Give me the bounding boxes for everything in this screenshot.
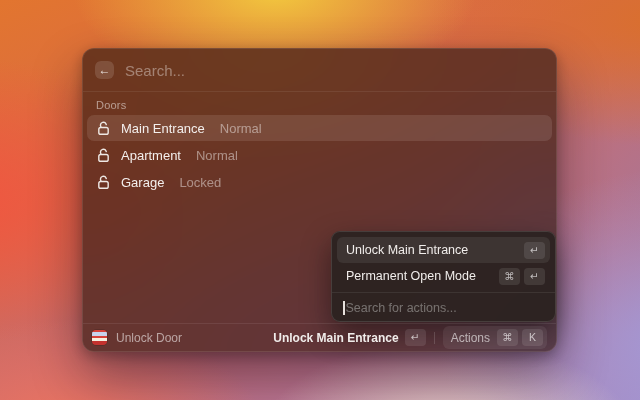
unlock-icon [96, 148, 111, 163]
return-key-badge: ↵ [524, 268, 545, 285]
command-key-badge: ⌘ [497, 329, 518, 346]
return-key-badge: ↵ [524, 242, 545, 259]
actions-search-input[interactable] [346, 301, 545, 315]
k-key-badge: K [522, 329, 543, 346]
footer-right: Unlock Main Entrance ↵ Actions ⌘ K [273, 326, 547, 349]
footer-bar: Unlock Door Unlock Main Entrance ↵ Actio… [83, 323, 556, 351]
door-status: Normal [220, 121, 262, 136]
doors-list: Main Entrance Normal Apartment Normal Ga… [83, 115, 556, 195]
footer-divider [434, 332, 435, 344]
header-divider [83, 91, 556, 92]
list-item-apartment[interactable]: Apartment Normal [87, 142, 552, 168]
door-status: Locked [179, 175, 221, 190]
search-input[interactable] [125, 62, 544, 79]
primary-action-label: Unlock Main Entrance [273, 331, 398, 345]
door-title: Garage [121, 175, 164, 190]
unlock-icon [96, 121, 111, 136]
door-title: Apartment [121, 148, 181, 163]
actions-popup: Unlock Main Entrance ↵ Permanent Open Mo… [331, 231, 556, 322]
action-item-unlock-main-entrance[interactable]: Unlock Main Entrance ↵ [337, 237, 550, 263]
actions-button[interactable]: Actions ⌘ K [443, 326, 547, 349]
action-label: Permanent Open Mode [346, 269, 495, 283]
back-arrow-icon: ← [99, 64, 111, 76]
action-label: Unlock Main Entrance [346, 243, 520, 257]
lock-icon [96, 175, 111, 190]
command-key-badge: ⌘ [499, 268, 520, 285]
footer-command-label: Unlock Door [116, 331, 182, 345]
list-item-garage[interactable]: Garage Locked [87, 169, 552, 195]
section-label-doors: Doors [96, 99, 543, 111]
door-status: Normal [196, 148, 238, 163]
search-header: ← [83, 49, 556, 91]
door-title: Main Entrance [121, 121, 205, 136]
actions-button-label: Actions [451, 331, 490, 345]
return-key-badge: ↵ [405, 329, 426, 346]
back-button[interactable]: ← [95, 61, 114, 79]
text-caret [343, 301, 345, 315]
footer-left: Unlock Door [92, 330, 273, 345]
list-item-main-entrance[interactable]: Main Entrance Normal [87, 115, 552, 141]
command-palette-window: ← Doors Main Entrance Normal Apa [82, 48, 557, 352]
actions-search-row [337, 293, 550, 323]
door-app-icon [92, 330, 107, 345]
action-item-permanent-open-mode[interactable]: Permanent Open Mode ⌘ ↵ [337, 263, 550, 289]
primary-action-button[interactable]: Unlock Main Entrance ↵ [273, 329, 425, 346]
